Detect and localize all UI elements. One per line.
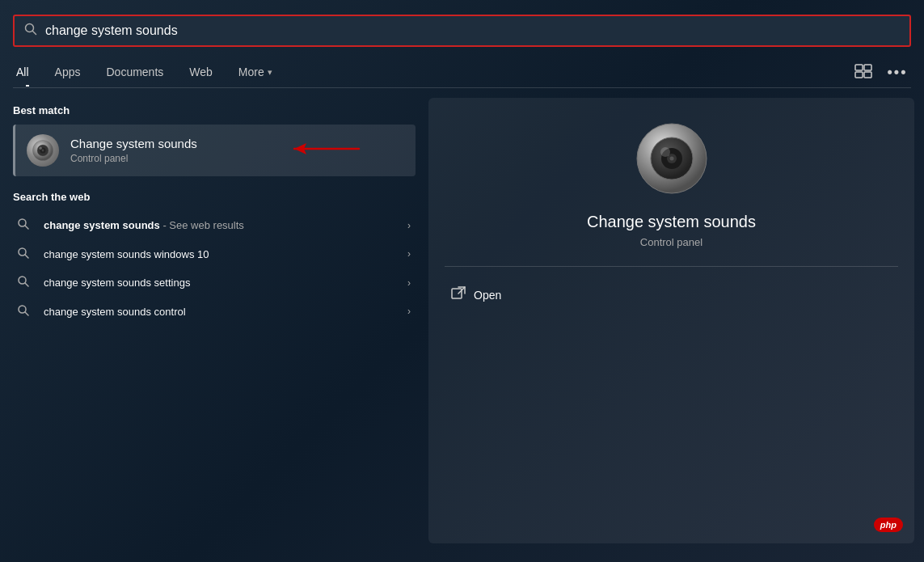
- search-icon-1: [18, 218, 34, 232]
- right-panel: Change system sounds Control panel Open …: [428, 98, 914, 543]
- chevron-icon-1: ›: [407, 220, 411, 231]
- search-icon: [24, 23, 37, 39]
- svg-marker-11: [294, 143, 306, 154]
- open-button[interactable]: Open: [445, 281, 898, 309]
- left-panel: Best match: [0, 88, 428, 553]
- svg-rect-3: [864, 65, 871, 70]
- chevron-icon-2: ›: [407, 248, 411, 260]
- web-search-item-4[interactable]: change system sounds control ›: [13, 298, 416, 327]
- svg-line-17: [25, 283, 28, 286]
- search-web-heading: Search the web: [13, 191, 416, 203]
- filter-tabs: All Apps Documents Web More ▾ •••: [0, 47, 924, 86]
- best-match-text: Change system sounds Control panel: [70, 137, 197, 164]
- tab-all[interactable]: All: [13, 59, 42, 85]
- search-bar: [13, 15, 911, 47]
- right-panel-title: Change system sounds: [587, 213, 756, 231]
- search-icon-3: [18, 276, 34, 289]
- best-match-icon: [27, 134, 59, 167]
- best-match-heading: Best match: [13, 104, 416, 116]
- chevron-icon-3: ›: [407, 277, 411, 289]
- svg-line-15: [25, 255, 28, 258]
- svg-line-13: [25, 226, 28, 229]
- svg-rect-26: [452, 289, 462, 298]
- right-panel-app-icon: [635, 122, 708, 195]
- right-panel-subtitle: Control panel: [640, 236, 702, 248]
- svg-point-24: [669, 157, 673, 161]
- svg-point-10: [39, 146, 42, 150]
- chevron-icon-4: ›: [407, 306, 411, 317]
- svg-rect-4: [855, 72, 863, 78]
- search-container: [0, 0, 924, 47]
- panel-divider: [445, 266, 898, 267]
- tab-more[interactable]: More ▾: [226, 59, 285, 85]
- main-content: Best match: [0, 88, 924, 553]
- web-search-item-1[interactable]: change system sounds - See web results ›: [13, 211, 416, 240]
- web-search-item-3[interactable]: change system sounds settings ›: [13, 268, 416, 298]
- search-icon-2: [18, 247, 34, 261]
- best-match-result[interactable]: Change system sounds Control panel: [13, 125, 416, 176]
- search-input[interactable]: [45, 23, 900, 38]
- svg-line-1: [33, 32, 36, 35]
- tab-web[interactable]: Web: [176, 59, 226, 85]
- user-icon-btn[interactable]: [850, 58, 877, 86]
- open-label: Open: [474, 289, 501, 302]
- more-options-btn[interactable]: •••: [884, 58, 911, 86]
- php-badge: php: [874, 518, 903, 532]
- chevron-down-icon: ▾: [268, 67, 272, 78]
- search-web-section: Search the web change system sounds - Se…: [13, 191, 416, 326]
- annotation-arrow: [270, 133, 367, 168]
- svg-point-25: [660, 147, 670, 157]
- svg-point-9: [42, 150, 44, 152]
- open-icon: [451, 286, 466, 304]
- search-icon-4: [18, 305, 34, 319]
- header-icons: •••: [850, 58, 911, 86]
- tab-apps[interactable]: Apps: [42, 59, 94, 85]
- svg-rect-5: [864, 72, 871, 78]
- svg-line-19: [25, 312, 28, 315]
- svg-rect-2: [855, 65, 863, 70]
- tab-documents[interactable]: Documents: [93, 59, 176, 85]
- web-search-item-2[interactable]: change system sounds windows 10 ›: [13, 240, 416, 269]
